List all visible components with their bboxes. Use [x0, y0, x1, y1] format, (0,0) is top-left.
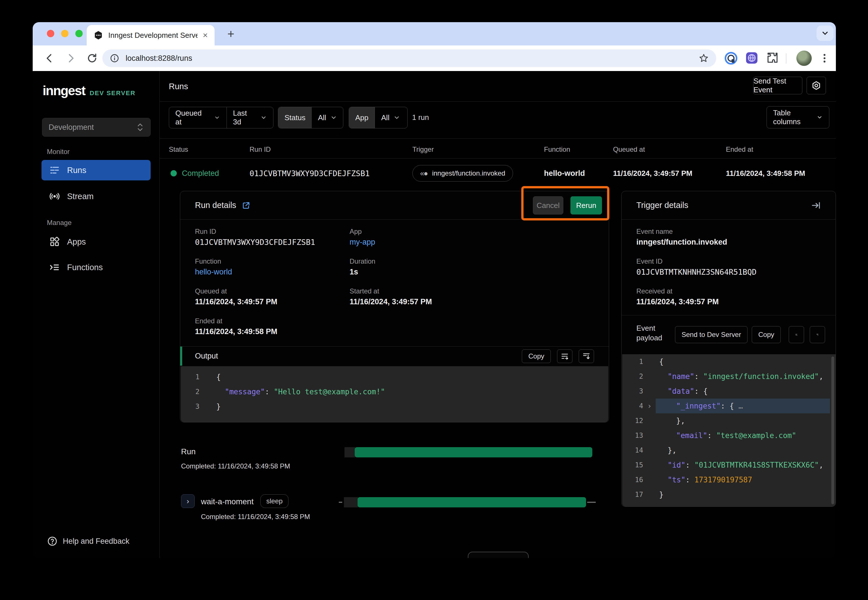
time-range-select[interactable]: Last 3d — [227, 107, 273, 128]
word-wrap-icon — [795, 330, 798, 339]
col-ended-at: Ended at — [726, 145, 753, 153]
code-text: "id": "01JCVBTMTKR41S8STTKEXSKX6C", — [656, 458, 830, 473]
tab-close-icon[interactable]: × — [203, 30, 208, 40]
trigger-badge[interactable]: «● inngest/function.invoked — [413, 165, 513, 182]
line-number: 1 — [622, 358, 643, 366]
send-to-dev-server-button[interactable]: Send to Dev Server — [675, 326, 748, 343]
app-filter-select[interactable]: All — [375, 107, 407, 128]
browser-tab[interactable]: Inngest Development Server × — [86, 25, 215, 45]
settings-gear-button[interactable] — [807, 77, 826, 94]
sidebar-item-runs[interactable]: Runs — [41, 160, 151, 180]
timeline-run-bar[interactable] — [355, 447, 592, 458]
new-tab-button[interactable]: + — [228, 27, 234, 41]
time-field-value: Queued at — [175, 109, 206, 126]
sidebar-item-label: Stream — [67, 192, 94, 201]
line-number: 13 — [622, 432, 643, 439]
time-range-value: Last 3d — [233, 109, 256, 126]
line-number: 17 — [622, 491, 643, 498]
purple-extension-icon[interactable] — [745, 51, 759, 65]
toolbar-divider — [786, 53, 786, 64]
timeline-step-lead-line — [339, 502, 342, 503]
site-info-icon[interactable] — [110, 53, 119, 63]
profile-avatar[interactable] — [797, 51, 812, 66]
browser-menu-kebab-icon[interactable] — [819, 52, 830, 64]
forward-button[interactable] — [65, 52, 77, 64]
output-expand-button[interactable] — [579, 349, 594, 363]
field-app: App my-app — [350, 227, 375, 247]
status-dot — [170, 170, 177, 176]
chevron-down-icon — [330, 114, 337, 121]
app-filter[interactable]: App All — [349, 107, 408, 129]
sidebar-item-label: Runs — [67, 166, 86, 175]
sidebar: inngest DEV SERVER Development Monitor R… — [33, 71, 160, 558]
table-columns-button[interactable]: Table columns — [766, 106, 829, 129]
payload-wrap-button[interactable] — [789, 326, 804, 343]
code-text: } — [200, 399, 602, 414]
timeline-step-bar[interactable] — [358, 497, 586, 508]
table-columns-label: Table columns — [773, 109, 812, 126]
help-and-feedback[interactable]: Help and Feedback — [47, 536, 129, 547]
field-started-at: Started at 11/16/2024, 3:49:57 PM — [350, 287, 432, 306]
annotation-highlight-box — [521, 186, 609, 220]
section-label-manage: Manage — [47, 219, 71, 227]
output-copy-button[interactable]: Copy — [522, 349, 551, 363]
table-row[interactable]: Completed 01JCVBTMV3WXY9D3CFDEJFZSB1 «● … — [160, 159, 836, 188]
runs-icon — [49, 165, 60, 176]
code-line: 4›"_inngest": { … — [622, 398, 836, 414]
time-filter[interactable]: Queued at Last 3d — [169, 107, 273, 129]
code-line: 2"message": "Hello test@example.com!" — [181, 384, 608, 399]
reload-button[interactable] — [86, 52, 98, 64]
back-button[interactable] — [44, 52, 55, 64]
output-wrap-button[interactable] — [557, 349, 572, 363]
environment-select-value: Development — [49, 123, 94, 132]
password-manager-extension-icon[interactable] — [724, 51, 738, 65]
clipped-bottom-button[interactable] — [468, 552, 529, 558]
minimize-window-button[interactable] — [61, 30, 68, 37]
url-bar[interactable]: localhost:8288/runs — [102, 49, 716, 67]
extensions-puzzle-icon[interactable] — [766, 51, 779, 64]
tab-title: Inngest Development Server — [108, 31, 197, 40]
sidebar-item-apps[interactable]: Apps — [41, 232, 151, 252]
payload-scrollbar[interactable] — [832, 356, 834, 504]
fold-chevron-icon[interactable]: › — [643, 402, 656, 410]
code-line: 12}, — [622, 414, 836, 428]
output-code-block[interactable]: 1{2"message": "Hello test@example.com!"3… — [181, 366, 608, 422]
trigger-details-panel: Trigger details Event name inngest/funct… — [621, 191, 836, 507]
function-link[interactable]: hello-world — [195, 268, 232, 276]
word-wrap-icon — [560, 352, 569, 361]
url-text[interactable]: localhost:8288/runs — [126, 54, 692, 63]
status-filter-value: All — [318, 114, 326, 122]
code-text: } — [656, 487, 830, 502]
trigger-details-header: Trigger details — [622, 191, 836, 220]
environment-select[interactable]: Development — [42, 118, 151, 136]
chevron-down-icon — [816, 114, 823, 121]
code-text: { — [200, 370, 602, 384]
status-badge: Completed — [182, 169, 219, 178]
help-icon — [47, 536, 58, 547]
timeline-step-queued-segment — [344, 497, 358, 508]
code-line: 17} — [622, 487, 836, 502]
line-number: 1 — [181, 373, 200, 381]
close-window-button[interactable] — [47, 30, 54, 37]
status-filter-label: Status — [278, 107, 312, 128]
chevron-down-icon — [260, 114, 267, 121]
step-expand-button[interactable]: › — [181, 494, 195, 508]
time-field-select[interactable]: Queued at — [169, 107, 226, 128]
sidebar-item-label: Apps — [67, 237, 86, 247]
maximize-window-button[interactable] — [75, 30, 83, 37]
status-filter[interactable]: Status All — [278, 107, 343, 129]
bookmark-star-icon[interactable] — [699, 53, 709, 64]
sidebar-item-functions[interactable]: Functions — [41, 257, 151, 277]
code-text: "ts": 1731790197587 — [656, 473, 830, 487]
event-payload-code-block[interactable]: 1{2"name": "inngest/function.invoked",3"… — [622, 354, 836, 506]
tab-search-button[interactable] — [816, 26, 834, 41]
status-filter-select[interactable]: All — [312, 107, 343, 128]
runs-table-header: Status Run ID Trigger Function Queued at… — [160, 138, 836, 159]
app-link[interactable]: my-app — [350, 238, 375, 246]
code-line: 2"name": "inngest/function.invoked", — [622, 369, 836, 384]
payload-copy-button[interactable]: Copy — [752, 326, 781, 343]
section-label-monitor: Monitor — [47, 148, 70, 156]
send-test-event-button[interactable]: Send Test Event — [753, 77, 802, 94]
sidebar-item-stream[interactable]: Stream — [41, 186, 151, 206]
payload-expand-button[interactable] — [810, 326, 825, 343]
